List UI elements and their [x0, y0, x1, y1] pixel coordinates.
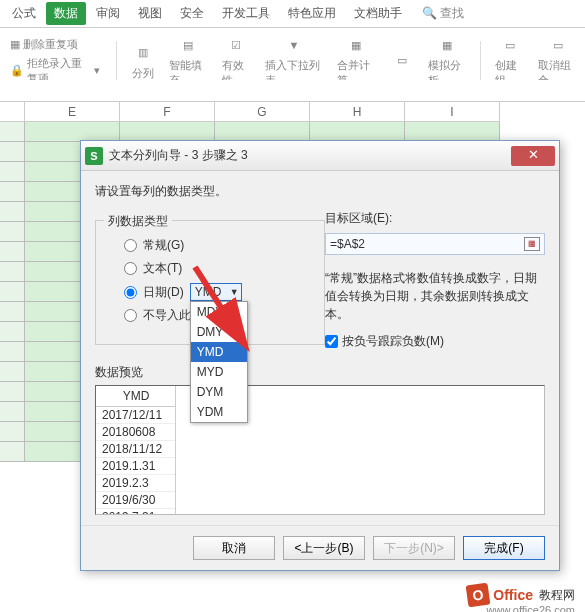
fill-icon: ▤: [176, 34, 200, 56]
cell[interactable]: [120, 122, 215, 142]
radio-date[interactable]: 日期(D) YMD▼ MDY DMY YMD MYD DYM YDM: [124, 283, 314, 301]
preview-row: 2018/11/12: [96, 441, 175, 458]
validation-icon: ☑: [224, 34, 248, 56]
col-header[interactable]: F: [120, 102, 215, 122]
select-all-corner[interactable]: [0, 102, 25, 122]
dialog-titlebar[interactable]: S 文本分列向导 - 3 步骤之 3 ✕: [81, 141, 559, 171]
search-label: 查找: [440, 6, 464, 20]
text-to-columns-dialog: S 文本分列向导 - 3 步骤之 3 ✕ 请设置每列的数据类型。 列数据类型 常…: [80, 140, 560, 571]
column-headers: E F G H I: [0, 102, 585, 122]
watermark-url: www.office26.com: [487, 604, 575, 612]
divider: [480, 41, 481, 81]
fieldset-legend: 列数据类型: [104, 213, 172, 230]
preview-row: 2019.1.31: [96, 458, 175, 475]
cell[interactable]: [310, 122, 405, 142]
group-record[interactable]: ▭: [390, 49, 414, 73]
format-note: “常规”数据格式将数值转换成数字，日期值会转换为日期，其余数据则转换成文本。: [325, 269, 545, 323]
column-datatype-fieldset: 列数据类型 常规(G) 文本(T) 日期(D) YMD▼ MDY DMY YMD…: [95, 220, 325, 345]
tab-formula[interactable]: 公式: [4, 2, 44, 25]
option-ymd[interactable]: YMD: [191, 342, 247, 362]
option-ydm[interactable]: YDM: [191, 402, 247, 422]
col-header[interactable]: E: [25, 102, 120, 122]
preview-row: 2019/6/30: [96, 492, 175, 509]
remove-duplicates[interactable]: ▦删除重复项: [8, 36, 102, 53]
tab-dev[interactable]: 开发工具: [214, 2, 278, 25]
target-range-input[interactable]: =$A$2 ▦: [325, 233, 545, 255]
watermark: O Office 教程网 www.office26.com: [467, 584, 575, 606]
option-dym[interactable]: DYM: [191, 382, 247, 402]
ribbon-tabs: 公式 数据 审阅 视图 安全 开发工具 特色应用 文档助手 🔍 查找: [0, 0, 585, 28]
option-dmy[interactable]: DMY: [191, 322, 247, 342]
col-header[interactable]: H: [310, 102, 405, 122]
col-header[interactable]: G: [215, 102, 310, 122]
formula-bar[interactable]: [0, 80, 585, 102]
group-icon: ▭: [498, 34, 522, 56]
radio-general[interactable]: 常规(G): [124, 237, 314, 254]
back-button[interactable]: <上一步(B): [283, 536, 365, 560]
cell[interactable]: [215, 122, 310, 142]
wps-logo-icon: S: [85, 147, 103, 165]
cancel-button[interactable]: 取消: [193, 536, 275, 560]
lock-icon: 🔒: [10, 64, 24, 77]
col-header[interactable]: I: [405, 102, 500, 122]
preview-row: 2019.2.3: [96, 475, 175, 492]
finish-button[interactable]: 完成(F): [463, 536, 545, 560]
option-mdy[interactable]: MDY: [191, 302, 247, 322]
dialog-hint: 请设置每列的数据类型。: [95, 183, 545, 200]
dropdown-icon: ▼: [282, 34, 306, 56]
tab-review[interactable]: 审阅: [88, 2, 128, 25]
columns-icon: ▥: [131, 42, 155, 64]
search-icon[interactable]: 🔍 查找: [422, 5, 464, 22]
divider: [116, 41, 117, 81]
preview-label: 数据预览: [95, 364, 545, 381]
preview-row: 2017/12/11: [96, 407, 175, 424]
tab-view[interactable]: 视图: [130, 2, 170, 25]
tab-special[interactable]: 特色应用: [280, 2, 344, 25]
target-value: =$A$2: [330, 237, 365, 251]
ungroup-icon: ▭: [546, 34, 570, 56]
preview-header: YMD: [96, 386, 176, 407]
date-format-dropdown: MDY DMY YMD MYD DYM YDM: [190, 301, 248, 423]
target-label: 目标区域(E):: [325, 210, 545, 227]
dialog-title: 文本分列向导 - 3 步骤之 3: [109, 147, 511, 164]
next-button: 下一步(N)>: [373, 536, 455, 560]
radio-text[interactable]: 文本(T): [124, 260, 314, 277]
watermark-brand2: 教程网: [539, 587, 575, 604]
cell[interactable]: [405, 122, 500, 142]
table-icon: ▦: [10, 38, 20, 51]
date-format-select[interactable]: YMD▼: [190, 283, 242, 301]
group-text-to-columns[interactable]: ▥分列: [131, 42, 155, 81]
dialog-buttons: 取消 <上一步(B) 下一步(N)> 完成(F): [81, 525, 559, 570]
preview-row: 20180608: [96, 424, 175, 441]
chevron-down-icon: ▼: [230, 287, 239, 297]
preview-row: 2019.7.31: [96, 509, 175, 515]
whatif-icon: ▦: [435, 34, 459, 56]
data-preview[interactable]: YMD 2017/12/11 20180608 2018/11/12 2019.…: [95, 385, 545, 515]
track-negative-checkbox[interactable]: 按负号跟踪负数(M): [325, 333, 545, 350]
option-myd[interactable]: MYD: [191, 362, 247, 382]
tab-dochelper[interactable]: 文档助手: [346, 2, 410, 25]
tab-data[interactable]: 数据: [46, 2, 86, 25]
watermark-brand: Office: [493, 587, 533, 603]
cell[interactable]: [25, 122, 120, 142]
range-picker-icon[interactable]: ▦: [524, 237, 540, 251]
record-icon: ▭: [390, 49, 414, 71]
close-button[interactable]: ✕: [511, 146, 555, 166]
consolidate-icon: ▦: [344, 34, 368, 56]
tab-security[interactable]: 安全: [172, 2, 212, 25]
